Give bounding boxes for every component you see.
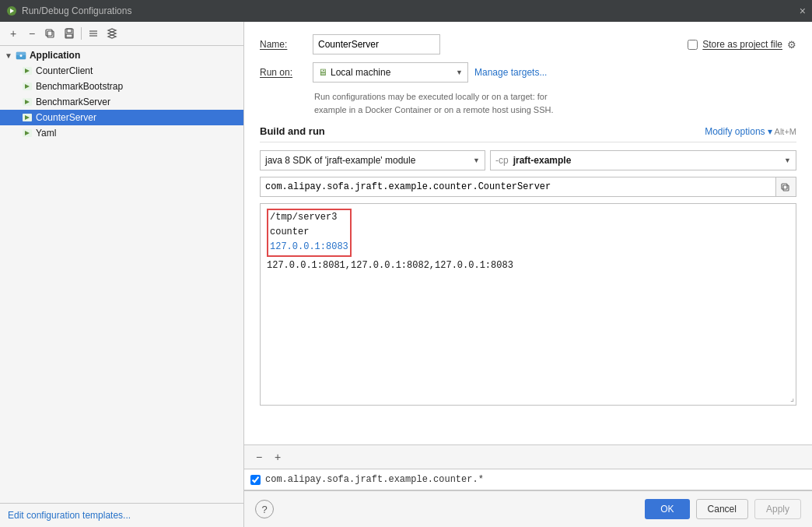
- add-config-button[interactable]: +: [5, 25, 22, 42]
- title-bar: Run/Debug Configurations ×: [0, 0, 812, 22]
- cp-value: jraft-example: [513, 155, 572, 166]
- svg-rect-5: [67, 29, 72, 33]
- main-class-input[interactable]: [260, 177, 776, 197]
- resize-handle[interactable]: ⌟: [790, 393, 794, 403]
- run-hint-line1: Run configurations may be executed local…: [314, 92, 548, 101]
- run-config-icon: [22, 97, 33, 107]
- name-input[interactable]: [313, 34, 440, 54]
- tree-item-label: CounterServer: [36, 112, 96, 123]
- modify-options-link[interactable]: Modify options ▾ Alt+M: [705, 126, 796, 137]
- sdk-row: java 8 SDK of 'jraft-example' module ▼ -…: [260, 150, 796, 170]
- args-display: /tmp/server3 counter 127.0.0.1:8083 127.…: [261, 204, 796, 278]
- run-config-icon: [22, 65, 33, 76]
- svg-rect-3: [46, 30, 52, 36]
- toolbar-separator: [81, 27, 82, 40]
- modify-shortcut-hint: Alt+M: [775, 127, 796, 136]
- tree-group-application[interactable]: ▼ Application: [0, 47, 243, 63]
- store-project-label: Store as project file: [702, 39, 782, 50]
- build-run-section-header: Build and run Modify options ▾ Alt+M: [260, 125, 796, 142]
- run-config-icon: [22, 112, 33, 123]
- tree-item-benchmarkbootstrap[interactable]: BenchmarkBootstrap: [0, 79, 243, 94]
- tree-item-label: BenchmarkBootstrap: [36, 81, 123, 92]
- store-project-row: Store as project file ⚙: [688, 39, 796, 51]
- run-on-value: Local machine: [331, 67, 453, 78]
- dropdown-arrow-icon: ▼: [456, 69, 463, 76]
- run-config-icon: [22, 128, 33, 139]
- sdk-dropdown[interactable]: java 8 SDK of 'jraft-example' module ▼: [260, 150, 485, 170]
- close-button[interactable]: ×: [800, 5, 806, 17]
- copy-icon: [45, 28, 56, 39]
- sdk-value: java 8 SDK of 'jraft-example' module: [265, 155, 415, 166]
- footer-buttons: OK Cancel Apply: [645, 499, 801, 519]
- save-icon: [64, 28, 75, 39]
- args-line3: 127.0.0.1:8083: [270, 240, 348, 255]
- checkbox-row: com.alipay.sofa.jraft.example.counter.*: [244, 469, 812, 490]
- save-config-button[interactable]: [61, 25, 78, 42]
- sort-icon: [88, 28, 99, 39]
- remove-item-button[interactable]: −: [250, 448, 268, 466]
- store-project-checkbox[interactable]: [688, 40, 698, 50]
- cancel-button[interactable]: Cancel: [696, 499, 748, 519]
- tree-item-counterserver[interactable]: CounterServer: [0, 110, 243, 125]
- manage-targets-link[interactable]: Manage targets...: [474, 67, 547, 78]
- dialog-title: Run/Debug Configurations: [22, 5, 131, 16]
- args-highlighted-block: /tmp/server3 counter 127.0.0.1:8083: [267, 209, 352, 257]
- group-icon: [107, 28, 117, 39]
- main-class-row: [260, 177, 796, 197]
- run-hint: Run configurations may be executed local…: [314, 90, 796, 116]
- copy-class-icon: [781, 182, 791, 192]
- dialog-icon: [6, 5, 17, 16]
- modify-options-label: Modify options: [705, 126, 765, 137]
- run-hint-line2: example in a Docker Container or on a re…: [314, 105, 554, 114]
- copy-class-button[interactable]: [776, 177, 796, 197]
- run-on-dropdown[interactable]: 🖥 Local machine ▼: [313, 62, 468, 83]
- tree-item-label: Yaml: [36, 128, 56, 139]
- dialog-footer: ? OK Cancel Apply: [244, 490, 812, 527]
- name-store-row: Name: Store as project file ⚙: [260, 34, 796, 54]
- application-group-icon: [16, 50, 26, 61]
- sort-config-button[interactable]: [85, 25, 102, 42]
- tree-item-yaml[interactable]: Yaml: [0, 125, 243, 141]
- tree-item-label: BenchmarkServer: [36, 97, 110, 107]
- args-line1: /tmp/server3: [270, 210, 348, 225]
- cp-prefix-label: -cp: [495, 155, 509, 166]
- args-line4: 127.0.0.1:8081,127.0.0.1:8082,127.0.0.1:…: [267, 258, 789, 273]
- config-tree: ▼ Application CounterClient: [0, 46, 243, 503]
- add-item-button[interactable]: +: [269, 448, 286, 466]
- svg-point-12: [19, 54, 22, 57]
- run-on-label: Run on:: [260, 67, 306, 78]
- remove-config-button[interactable]: −: [23, 25, 40, 42]
- checkbox-label: com.alipay.sofa.jraft.example.counter.*: [265, 474, 484, 485]
- sdk-dropdown-arrow-icon: ▼: [473, 156, 480, 164]
- bottom-toolbar: − +: [244, 444, 812, 469]
- tree-item-label: CounterClient: [36, 65, 93, 76]
- expand-icon: ▼: [5, 51, 12, 60]
- name-label: Name:: [260, 39, 306, 50]
- cp-dropdown[interactable]: -cp jraft-example ▼: [490, 150, 796, 170]
- application-group-label: Application: [30, 50, 80, 61]
- svg-rect-24: [782, 184, 787, 189]
- copy-config-button[interactable]: [42, 25, 59, 42]
- left-panel: + −: [0, 22, 244, 527]
- filter-checkbox[interactable]: [250, 475, 261, 485]
- cp-dropdown-arrow-icon: ▼: [784, 156, 791, 164]
- tree-toolbar: + −: [0, 22, 243, 46]
- edit-config-templates-link[interactable]: Edit configuration templates...: [0, 503, 243, 527]
- run-config-icon: [22, 81, 33, 92]
- tree-item-benchmarkserver[interactable]: BenchmarkServer: [0, 94, 243, 110]
- help-button[interactable]: ?: [255, 500, 274, 518]
- local-machine-icon: 🖥: [318, 67, 327, 78]
- apply-button[interactable]: Apply: [754, 499, 801, 519]
- config-form: Name: Store as project file ⚙ Run on: 🖥 …: [244, 22, 812, 444]
- name-part: Name:: [260, 34, 440, 54]
- svg-rect-6: [66, 34, 72, 37]
- run-on-row: Run on: 🖥 Local machine ▼ Manage targets…: [260, 62, 796, 83]
- tree-item-counterclient[interactable]: CounterClient: [0, 63, 243, 79]
- gear-icon[interactable]: ⚙: [787, 39, 796, 51]
- args-line2: counter: [270, 225, 348, 240]
- group-config-button[interactable]: [103, 25, 121, 42]
- ok-button[interactable]: OK: [645, 499, 689, 519]
- chevron-down-icon: ▾: [768, 126, 772, 137]
- args-container: /tmp/server3 counter 127.0.0.1:8083 127.…: [260, 203, 796, 406]
- build-run-title: Build and run: [260, 125, 325, 137]
